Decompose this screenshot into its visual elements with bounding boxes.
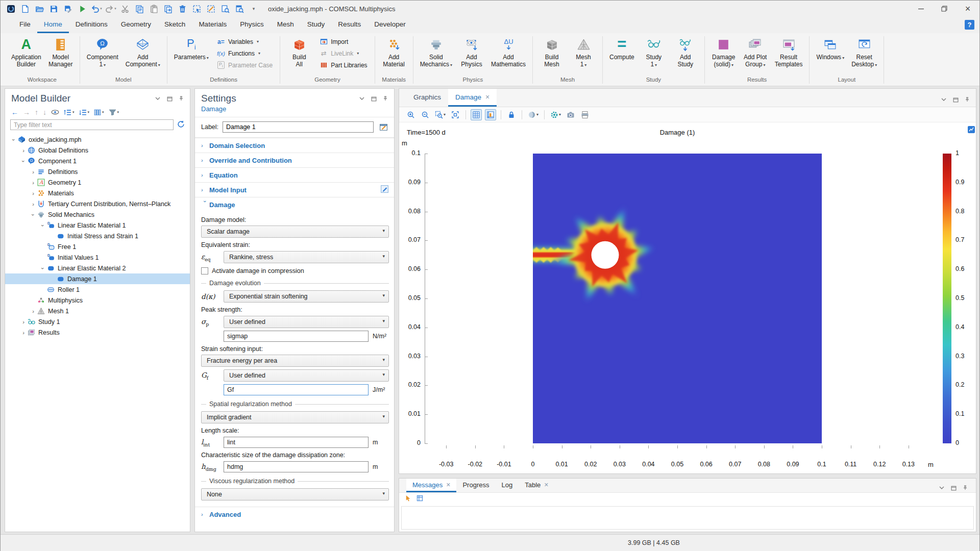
grid-on-icon[interactable] xyxy=(471,109,482,120)
plot-canvas[interactable] xyxy=(533,154,822,443)
tree-item-materials[interactable]: ›Materials xyxy=(5,188,190,198)
qat-save-as-button[interactable] xyxy=(62,3,74,15)
chevron-right-icon[interactable]: › xyxy=(30,308,37,314)
ribbon-button-solid-mechanics[interactable]: Solid Mechanics▾ xyxy=(416,34,456,77)
pointer-icon[interactable] xyxy=(404,494,412,504)
qat-undo-button[interactable]: ▾ xyxy=(90,3,103,15)
ribbon-button-parameters[interactable]: PiParameters▾ xyxy=(170,34,212,77)
qat-redo-button[interactable]: ▾ xyxy=(105,3,117,15)
hdmg-input[interactable] xyxy=(224,461,369,472)
tree-item-results[interactable]: ›Results xyxy=(5,327,190,338)
float-icon[interactable] xyxy=(370,95,377,102)
menu-mesh[interactable]: Mesh xyxy=(271,17,301,33)
chevron-right-icon[interactable]: › xyxy=(30,190,37,196)
equivalent-strain-combo[interactable]: Rankine, stress xyxy=(224,251,389,263)
menu-sketch[interactable]: Sketch xyxy=(158,17,192,33)
section-override-contribution[interactable]: › Override and Contribution xyxy=(195,153,394,167)
zoom-in-icon[interactable] xyxy=(405,109,416,120)
ribbon-button-build-all[interactable]: Build All xyxy=(283,34,315,77)
ribbon-button-build-mesh[interactable]: Build Mesh xyxy=(536,34,568,77)
pin-icon[interactable] xyxy=(962,484,969,491)
section-damage[interactable]: › Damage xyxy=(195,197,394,212)
tree-item-linear-elastic-material-1[interactable]: ›DLinear Elastic Material 1 xyxy=(5,220,190,231)
menu-physics[interactable]: Physics xyxy=(233,17,271,33)
zoom-box-icon[interactable]: ▾ xyxy=(434,109,447,120)
maximize-button[interactable] xyxy=(933,1,956,17)
axes-on-icon[interactable] xyxy=(485,109,496,120)
section-domain-selection[interactable]: › Domain Selection xyxy=(195,138,394,153)
ribbon-button-add-study[interactable]: Add Study xyxy=(670,34,701,77)
qat-save-button[interactable] xyxy=(47,3,60,15)
qat-run-button[interactable] xyxy=(76,3,88,15)
tab-damage[interactable]: Damage × xyxy=(448,89,497,107)
menu-study[interactable]: Study xyxy=(301,17,332,33)
length-scale-input[interactable] xyxy=(224,437,369,448)
tree-item-initial-stress-and-strain-1[interactable]: Initial Stress and Strain 1 xyxy=(5,231,190,241)
qat-zoom-selected-button[interactable] xyxy=(219,3,231,15)
menu-definitions[interactable]: Definitions xyxy=(69,17,114,33)
ribbon-button-part-libraries[interactable]: Part Libraries xyxy=(317,60,369,70)
chevron-right-icon[interactable]: › xyxy=(30,169,37,175)
expand-down-icon[interactable]: ▾ xyxy=(79,109,90,116)
tree-item-global-definitions[interactable]: ›Global Definitions xyxy=(5,145,190,156)
tab-messages[interactable]: Messages× xyxy=(406,479,456,492)
tree-item-solid-mechanics[interactable]: ›Solid Mechanics xyxy=(5,209,190,220)
tree-item-geometry-1[interactable]: ›AGeometry 1 xyxy=(5,177,190,188)
chevron-down-icon[interactable]: › xyxy=(20,158,27,165)
rename-icon[interactable] xyxy=(378,122,389,132)
fracture-energy-input[interactable] xyxy=(224,384,369,395)
expand-up-icon[interactable]: ▾ xyxy=(64,109,75,116)
camera-icon[interactable] xyxy=(565,109,576,120)
tab-log[interactable]: Log xyxy=(495,479,519,492)
ribbon-button-add-plot-group[interactable]: Add Plot Group▾ xyxy=(740,34,771,77)
ribbon-button-variables[interactable]: a=Variables▾ xyxy=(214,36,275,47)
qat-open-button[interactable] xyxy=(33,3,45,15)
refresh-icon[interactable] xyxy=(177,120,185,130)
ribbon-button-add-component[interactable]: Add Component▾ xyxy=(122,34,164,77)
lock-icon[interactable] xyxy=(506,109,517,120)
qat-cut-button[interactable] xyxy=(119,3,131,15)
pin-icon[interactable] xyxy=(964,96,971,103)
spatial-regularization-combo[interactable]: Implicit gradient xyxy=(201,411,389,423)
chevron-right-icon[interactable]: › xyxy=(30,201,37,207)
pin-icon[interactable] xyxy=(382,95,389,102)
edit-model-input-icon[interactable] xyxy=(380,185,389,195)
chevron-right-icon[interactable]: › xyxy=(20,319,27,325)
qat-new-button[interactable] xyxy=(19,3,31,15)
menu-file[interactable]: File xyxy=(13,17,37,33)
chevron-down-icon[interactable]: ▾ xyxy=(100,7,102,11)
tree-item-linear-elastic-material-2[interactable]: ›Linear Elastic Material 2 xyxy=(5,263,190,273)
label-input[interactable] xyxy=(223,121,374,133)
tree-item-damage-1[interactable]: Damage 1 xyxy=(5,273,190,284)
copy-table-icon[interactable] xyxy=(416,494,424,504)
close-tab-icon[interactable]: × xyxy=(544,481,548,489)
zoom-out-icon[interactable] xyxy=(420,109,431,120)
qat-duplicate-button[interactable] xyxy=(162,3,174,15)
float-icon[interactable] xyxy=(166,95,173,102)
menu-results[interactable]: Results xyxy=(331,17,368,33)
menu-home[interactable]: Home xyxy=(37,17,69,33)
ribbon-button-add-mathematics[interactable]: ΔUAdd Mathematics xyxy=(487,34,529,77)
chevron-down-icon[interactable]: › xyxy=(40,222,46,229)
tree-item-multiphysics[interactable]: Multiphysics xyxy=(5,295,190,306)
ribbon-button-import[interactable]: Import xyxy=(317,36,369,47)
ribbon-button-add-material[interactable]: Add Material xyxy=(378,34,410,77)
qat-select-box-button[interactable] xyxy=(190,3,203,15)
chevron-down-icon[interactable]: › xyxy=(40,265,46,272)
damage-model-combo[interactable]: Scalar damage xyxy=(201,226,389,238)
close-tab-icon[interactable]: × xyxy=(485,93,489,101)
tree-filter-input[interactable] xyxy=(10,119,174,130)
float-icon[interactable] xyxy=(950,484,957,491)
tree-item-roller-1[interactable]: Roller 1 xyxy=(5,284,190,295)
chevron-right-icon[interactable]: › xyxy=(20,330,27,336)
menu-developer[interactable]: Developer xyxy=(368,17,412,33)
tree-item-study-1[interactable]: ›Study 1 xyxy=(5,316,190,327)
qat-more-button[interactable]: ▾ xyxy=(248,3,260,15)
collapse-icon[interactable] xyxy=(940,96,947,103)
ribbon-button-result-templates[interactable]: Result Templates xyxy=(771,34,806,77)
qat-copy-button[interactable] xyxy=(133,3,145,15)
ribbon-button-windows[interactable]: Windows▾ xyxy=(813,34,848,77)
ribbon-button-functions[interactable]: f(x)Functions▾ xyxy=(214,48,275,59)
tree-item-oxide-jacking-mph[interactable]: ›oxide_jacking.mph xyxy=(5,134,190,145)
close-tab-icon[interactable]: × xyxy=(446,481,450,489)
